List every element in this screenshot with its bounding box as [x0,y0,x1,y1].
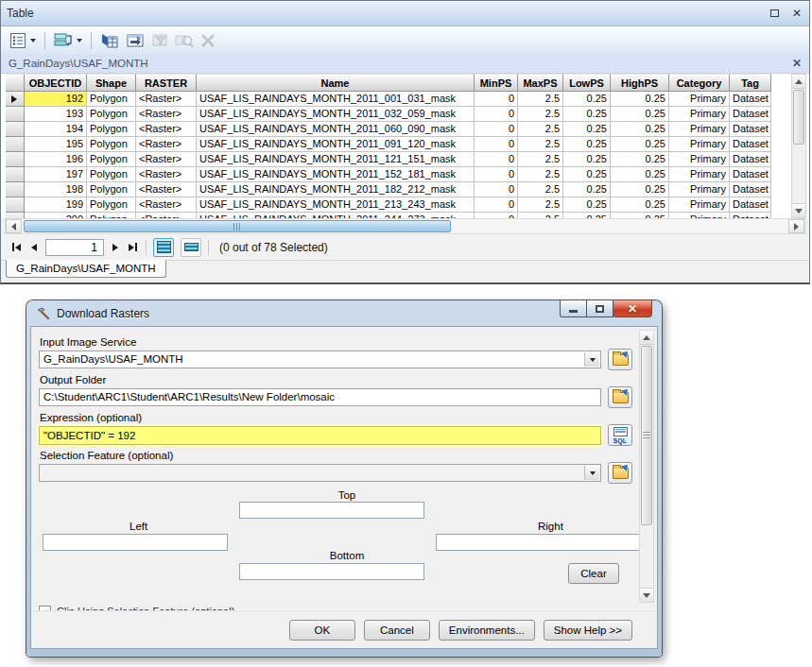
row-selector[interactable] [6,92,25,107]
row-selector[interactable] [6,107,25,122]
column-header-name[interactable]: Name [197,74,475,92]
row-selector[interactable] [6,137,25,152]
cell-objectid[interactable]: 197 [25,167,87,182]
cell-maxps[interactable]: 2.5 [518,92,563,107]
scroll-down-button[interactable] [792,203,805,217]
cell-name[interactable]: USAF_LIS_RAINDAYS_MONTH_2011_091_120_mas… [197,137,475,152]
cell-raster[interactable]: <Raster> [136,122,197,137]
cell-name[interactable]: USAF_LIS_RAINDAYS_MONTH_2011_032_059_mas… [197,107,475,122]
cell-lowps[interactable]: 0.25 [563,122,611,137]
cell-category[interactable]: Primary [669,213,730,218]
extent-left-input[interactable] [43,534,228,551]
cell-objectid[interactable]: 193 [25,107,87,122]
cell-highps[interactable]: 0.25 [611,137,669,152]
row-selector[interactable] [6,213,25,218]
cell-category[interactable]: Primary [669,167,730,182]
cell-lowps[interactable]: 0.25 [563,137,611,152]
column-header-lowps[interactable]: LowPS [563,74,611,92]
column-header-raster[interactable]: RASTER [136,74,197,92]
cell-category[interactable]: Primary [669,122,730,137]
cell-raster[interactable]: <Raster> [136,107,197,122]
table-row[interactable]: 194 Polygon <Raster> USAF_LIS_RAINDAYS_M… [6,122,771,137]
column-header-tag[interactable]: Tag [730,74,771,92]
cell-raster[interactable]: <Raster> [136,213,197,218]
cell-category[interactable]: Primary [669,92,730,107]
table-row[interactable]: 200 Polygon <Raster> USAF_LIS_RAINDAYS_M… [6,213,771,218]
extent-top-input[interactable] [239,502,424,519]
sql-query-builder-button[interactable]: SQL [608,424,632,446]
cell-minps[interactable]: 0 [475,182,518,197]
cell-category[interactable]: Primary [669,182,730,197]
horizontal-scrollbar[interactable] [5,218,805,234]
cell-category[interactable]: Primary [669,152,730,167]
cell-maxps[interactable]: 2.5 [518,107,563,122]
cell-maxps[interactable]: 2.5 [518,167,563,182]
cell-lowps[interactable]: 0.25 [563,152,611,167]
cell-objectid[interactable]: 195 [25,137,87,152]
cell-objectid[interactable]: 196 [25,152,87,167]
expression-input[interactable]: "OBJECTID" = 192 [39,426,601,445]
table-row[interactable]: 195 Polygon <Raster> USAF_LIS_RAINDAYS_M… [6,137,771,152]
vertical-scroll-thumb[interactable] [793,90,804,145]
cell-highps[interactable]: 0.25 [611,213,669,218]
column-header-highps[interactable]: HighPS [611,74,669,92]
current-record-input[interactable]: 1 [45,239,104,256]
column-header-selector[interactable] [6,74,25,92]
cell-minps[interactable]: 0 [475,213,518,218]
switch-selection-button[interactable] [125,31,146,50]
column-header-objectid[interactable]: OBJECTID [25,74,87,92]
column-header-minps[interactable]: MinPS [475,74,518,92]
close-table-icon[interactable]: ✕ [792,57,802,70]
cell-shape[interactable]: Polygon [87,107,136,122]
cell-maxps[interactable]: 2.5 [518,152,563,167]
selection-feature-combobox[interactable] [39,464,601,482]
cell-highps[interactable]: 0.25 [611,182,669,197]
clip-checkbox[interactable] [39,606,51,610]
close-dialog-button[interactable]: ✕ [613,300,652,317]
row-selector[interactable] [6,167,25,182]
related-tables-button[interactable] [53,31,83,50]
cell-tag[interactable]: Dataset [730,92,771,107]
vertical-scrollbar[interactable] [791,74,806,218]
dialog-scroll-thumb[interactable] [641,346,652,525]
cell-raster[interactable]: <Raster> [136,197,197,213]
dialog-scrollbar[interactable] [639,330,654,603]
cell-tag[interactable]: Dataset [730,107,771,122]
cell-tag[interactable]: Dataset [730,137,771,152]
cell-raster[interactable]: <Raster> [136,182,197,197]
cell-raster[interactable]: <Raster> [136,152,197,167]
cell-lowps[interactable]: 0.25 [563,107,611,122]
show-all-records-button[interactable] [153,238,174,257]
cell-maxps[interactable]: 2.5 [518,122,563,137]
cell-name[interactable]: USAF_LIS_RAINDAYS_MONTH_2011_121_151_mas… [197,152,475,167]
select-by-attributes-button[interactable] [99,31,120,50]
close-button[interactable]: ✕ [790,7,803,20]
cell-highps[interactable]: 0.25 [611,152,669,167]
column-header-shape[interactable]: Shape [87,74,136,92]
browse-output-button[interactable] [608,386,632,408]
cell-shape[interactable]: Polygon [87,197,136,213]
scroll-up-button[interactable] [792,75,805,89]
scroll-right-button[interactable] [788,219,804,233]
cell-shape[interactable]: Polygon [87,152,136,167]
cell-minps[interactable]: 0 [475,107,518,122]
table-row[interactable]: 196 Polygon <Raster> USAF_LIS_RAINDAYS_M… [6,152,771,167]
cell-lowps[interactable]: 0.25 [563,182,611,197]
cell-raster[interactable]: <Raster> [136,137,197,152]
combo-dropdown-button[interactable] [584,352,599,367]
cell-name[interactable]: USAF_LIS_RAINDAYS_MONTH_2011_244_273_mas… [197,213,475,218]
column-header-category[interactable]: Category [669,74,730,92]
cell-shape[interactable]: Polygon [87,92,136,107]
cell-objectid[interactable]: 198 [25,182,87,197]
ok-button[interactable]: OK [289,620,355,641]
restore-button[interactable] [586,300,613,317]
cell-maxps[interactable]: 2.5 [518,182,563,197]
first-record-button[interactable] [10,241,23,253]
next-record-button[interactable] [111,242,120,253]
cell-name[interactable]: USAF_LIS_RAINDAYS_MONTH_2011_152_181_mas… [197,167,475,182]
cell-category[interactable]: Primary [669,137,730,152]
cell-raster[interactable]: <Raster> [136,167,197,182]
show-selected-records-button[interactable] [181,238,201,257]
cell-objectid[interactable]: 194 [25,122,87,137]
table-titlebar[interactable]: Table ✕ [1,1,809,26]
